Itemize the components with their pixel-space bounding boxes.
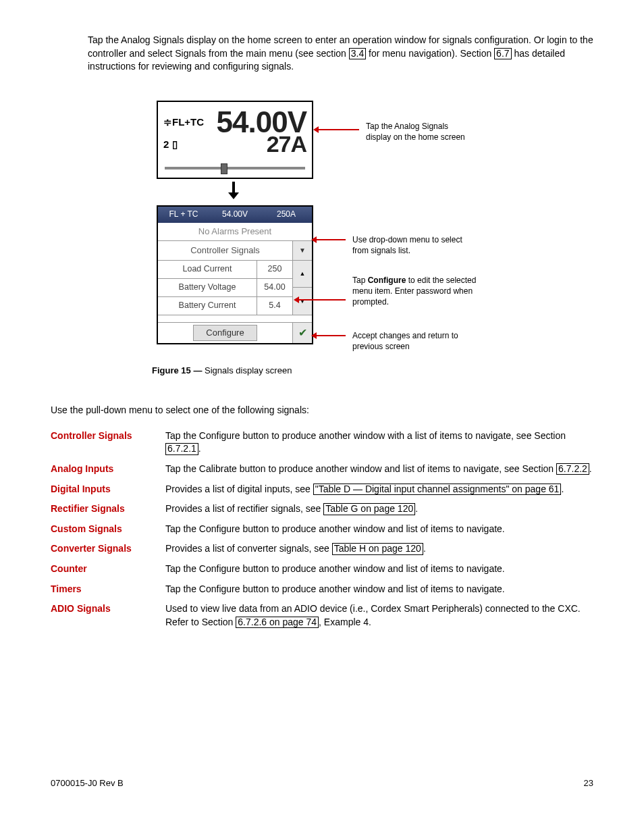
- def-term: Controller Signals: [51, 429, 165, 443]
- ref-6-7-2-6[interactable]: 6.7.2.6 on page 74: [236, 617, 319, 628]
- table-row[interactable]: Battery Voltage 54.00: [158, 278, 292, 296]
- dropdown-label: Controller Signals: [158, 241, 292, 260]
- def-desc: Provides a list of rectifier signals, se…: [165, 502, 593, 516]
- def-desc: Tap the Configure button to produce anot…: [165, 523, 593, 536]
- def-desc: Provides a list of digital inputs, see "…: [165, 483, 593, 496]
- dropdown-arrow-icon[interactable]: ▼: [292, 241, 312, 260]
- scroll-up-button[interactable]: ▲: [293, 261, 312, 288]
- footer-page-number: 23: [584, 777, 593, 789]
- row-value: 250: [257, 261, 292, 278]
- ref-table-g[interactable]: Table G on page 120: [323, 503, 415, 515]
- def-term: Timers: [51, 583, 165, 596]
- signals-dropdown[interactable]: Controller Signals ▼: [158, 241, 312, 261]
- footer-doc-id: 0700015-J0 Rev B: [51, 777, 124, 789]
- def-desc: Tap the Configure button to produce anot…: [165, 429, 593, 456]
- pulldown-intro: Use the pull-down menu to select one of …: [51, 404, 593, 417]
- ref-6-7[interactable]: 6.7: [494, 48, 511, 59]
- header-current: 250A: [261, 209, 312, 220]
- def-desc: Provides a list of converter signals, se…: [165, 542, 593, 556]
- def-desc: Tap the Calibrate button to produce anot…: [165, 463, 593, 476]
- signals-header: FL + TC 54.00V 250A: [158, 207, 312, 223]
- def-term: ADIO Signals: [51, 602, 165, 616]
- figure-label: Figure 15 —: [152, 365, 202, 375]
- ref-6-7-2-1[interactable]: 6.7.2.1: [165, 443, 198, 454]
- ref-table-d[interactable]: "Table D — Digital input channel assignm…: [313, 484, 562, 495]
- flow-arrow-down: [157, 180, 311, 204]
- annotation-accept: Accept changes and return to previous sc…: [352, 330, 474, 352]
- def-desc: Used to view live data from an ADIO devi…: [165, 602, 593, 629]
- def-term: Digital Inputs: [51, 483, 165, 496]
- row-label: Battery Current: [158, 297, 257, 315]
- row-label: Battery Voltage: [158, 279, 257, 296]
- home-screen[interactable]: ≑FL+TC 2 ▯ 54.00V 27A: [157, 101, 313, 179]
- row-value: 54.00: [257, 279, 292, 296]
- def-desc: Tap the Configure button to produce anot…: [165, 563, 593, 576]
- home-scrollbar[interactable]: [165, 163, 305, 174]
- ref-3-4[interactable]: 3.4: [349, 48, 366, 59]
- configure-button[interactable]: Configure: [193, 325, 257, 341]
- signals-table: Load Current 250 Battery Voltage 54.00 B…: [158, 261, 312, 315]
- def-term: Converter Signals: [51, 542, 165, 556]
- row-value: 5.4: [257, 297, 292, 315]
- header-voltage: 54.00V: [209, 209, 261, 220]
- table-row[interactable]: Battery Current 5.4: [158, 296, 292, 315]
- definitions-list: Controller Signals Tap the Configure but…: [51, 429, 593, 629]
- intro-paragraph: Tap the Analog Signals display on the ho…: [88, 34, 593, 74]
- annotation-dropdown: Use drop-down menu to select from signal…: [352, 234, 481, 256]
- annotation-tap-home: Tap the Analog Signals display on the ho…: [366, 121, 467, 142]
- figure-caption: Figure 15 — Signals display screen: [152, 365, 593, 377]
- def-term: Counter: [51, 563, 165, 576]
- mode-icon: ≑: [163, 116, 172, 128]
- signals-screen: FL + TC 54.00V 250A No Alarms Present Co…: [157, 205, 313, 344]
- table-row[interactable]: Load Current 250: [158, 261, 292, 278]
- intro-text-2: for menu navigation). Section: [366, 48, 494, 59]
- device-count: 2: [163, 138, 169, 150]
- annotation-configure: Tap Configure to edit the selected menu …: [352, 275, 494, 308]
- alarm-status: No Alarms Present: [158, 223, 312, 241]
- mode-label: FL+TC: [172, 116, 204, 128]
- def-desc: Tap the Configure button to produce anot…: [165, 583, 593, 596]
- def-term: Analog Inputs: [51, 463, 165, 476]
- figure-area: ≑FL+TC 2 ▯ 54.00V 27A FL + TC 54.00V 250…: [51, 101, 593, 344]
- ref-table-h[interactable]: Table H on page 120: [332, 543, 423, 554]
- row-label: Load Current: [158, 261, 257, 278]
- device-icon: ▯: [172, 138, 178, 150]
- figure-title: Signals display screen: [202, 365, 292, 375]
- page-footer: 0700015-J0 Rev B 23: [51, 777, 593, 789]
- def-term: Custom Signals: [51, 523, 165, 536]
- ref-6-7-2-2[interactable]: 6.7.2.2: [556, 463, 589, 475]
- header-mode: FL + TC: [158, 209, 209, 220]
- def-term: Rectifier Signals: [51, 502, 165, 516]
